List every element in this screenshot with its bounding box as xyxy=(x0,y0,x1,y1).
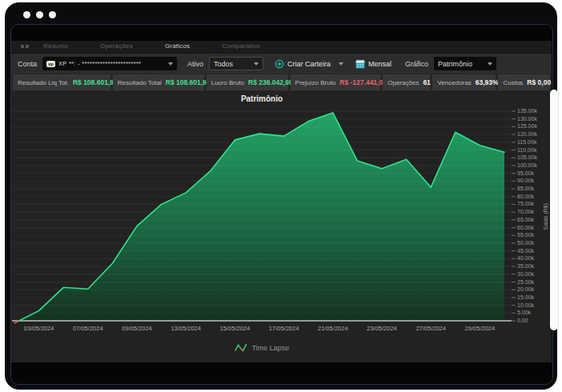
stat-cell: CustosR$ 0,00 xyxy=(498,74,550,90)
x-tick-label: 29/05/2024 xyxy=(465,325,496,332)
y-tick-label: 135.00k xyxy=(517,108,537,114)
grid-icon xyxy=(21,45,29,50)
tab-resumo[interactable]: Resumo xyxy=(43,42,68,50)
mensal-label: Mensal xyxy=(368,60,391,68)
stat-cell: Resultado TotalR$ 108.601,98 xyxy=(113,74,204,90)
stat-cell: Lucro BrutoR$ 236.042,98 xyxy=(207,74,288,90)
app-content: ResumoOperaçõesGráficosComparativo Conta… xyxy=(11,41,552,362)
x-tick-label: 17/05/2024 xyxy=(269,325,299,332)
xp-logo-icon: xp xyxy=(46,61,55,67)
y-tick-label: 120.00k xyxy=(517,131,537,137)
stat-label: Resultado Liq Tot. xyxy=(18,79,69,86)
tab-comparativo[interactable]: Comparativo xyxy=(222,42,260,50)
y-tick-label: 80.00k xyxy=(517,194,534,199)
stat-label: Custos xyxy=(503,79,523,86)
tab-graficos[interactable]: Gráficos xyxy=(165,42,190,50)
ativo-label: Ativo xyxy=(187,60,203,68)
brand-label: Time Lapse xyxy=(252,344,290,352)
x-tick-label: 27/05/2024 xyxy=(415,325,446,332)
stat-value: R$ 0,00 xyxy=(527,78,551,86)
chevron-down-icon xyxy=(339,62,343,66)
tab-operacoes[interactable]: Operações xyxy=(100,42,133,50)
x-tick-label: 03/05/2024 xyxy=(24,325,54,332)
stat-label: Vencedoras xyxy=(437,79,471,86)
stat-cell: Operações61 xyxy=(383,74,430,90)
stat-label: Lucro Bruto xyxy=(211,79,244,86)
account-value: XP **: - *********************** xyxy=(58,60,141,67)
grafico-value: Patrimônio xyxy=(438,60,472,68)
stat-cell: Prejuízo BrutoR$ -127.441,00 xyxy=(291,74,381,90)
chevron-down-icon xyxy=(168,62,173,66)
y-tick-label: 75.00k xyxy=(517,201,534,206)
y-tick-label: 5.00k xyxy=(517,310,531,315)
chart-title: Patrimônio xyxy=(11,94,512,103)
stat-label: Prejuízo Bruto xyxy=(295,79,336,86)
y-tick-label: 70.00k xyxy=(517,209,534,214)
toolbar: Conta xp XP **: - **********************… xyxy=(11,53,552,74)
y-tick-label: 20.00k xyxy=(517,286,534,292)
stat-value: 61 xyxy=(423,78,430,86)
window-dot[interactable] xyxy=(49,11,56,18)
y-tick-label: 105.00k xyxy=(517,154,537,160)
y-tick-label: 60.00k xyxy=(517,225,534,230)
app-frame: ResumoOperaçõesGráficosComparativo Conta… xyxy=(10,24,553,385)
app-window: ResumoOperaçõesGráficosComparativo Conta… xyxy=(5,2,557,390)
account-select[interactable]: xp XP **: - *********************** xyxy=(42,57,177,70)
window-dot[interactable] xyxy=(23,11,30,18)
y-tick-label: 15.00k xyxy=(517,294,534,300)
y-tick-label: 0,00 xyxy=(517,318,528,323)
stat-label: Resultado Total xyxy=(118,79,162,86)
y-tick-label: 85.00k xyxy=(517,186,534,191)
y-tick-label: 10.00k xyxy=(517,302,534,308)
stat-value: R$ 108.601,98 xyxy=(166,78,211,86)
y-tick-label: 50.00k xyxy=(517,240,534,246)
y-tick-label: 90.00k xyxy=(517,178,534,183)
patrimonio-chart xyxy=(12,107,518,330)
stat-cell: Resultado Liq Tot.R$ 108.601,98 xyxy=(13,74,110,90)
calendar-icon xyxy=(355,59,365,69)
grafico-select[interactable]: Patrimônio xyxy=(434,57,496,70)
y-axis-title: Saldo (R$) xyxy=(543,203,548,230)
stat-cell: Vencedoras63,93% xyxy=(432,74,496,90)
window-controls xyxy=(23,11,56,18)
y-tick-label: 45.00k xyxy=(517,248,534,254)
y-tick-label: 25.00k xyxy=(517,279,534,285)
plus-circle-icon xyxy=(275,59,284,69)
y-tick-label: 65.00k xyxy=(517,217,534,222)
chart-section: Patrimônio Saldo (R$) Time Lapse 135.00k… xyxy=(11,91,552,362)
criar-carteira-label: Criar Carteira xyxy=(287,60,331,68)
conta-label: Conta xyxy=(18,60,37,68)
chevron-down-icon xyxy=(254,62,259,66)
mensal-button[interactable]: Mensal xyxy=(355,59,391,69)
stats-bar: Resultado Liq Tot.R$ 108.601,98Resultado… xyxy=(11,74,552,91)
x-tick-label: 15/05/2024 xyxy=(220,325,251,332)
timelapse-logo-icon xyxy=(235,342,247,353)
stat-value: R$ 108.601,98 xyxy=(73,78,118,86)
x-tick-label: 13/05/2024 xyxy=(171,325,201,332)
scrollbar-thumb[interactable] xyxy=(550,90,558,330)
y-tick-label: 40.00k xyxy=(517,255,534,261)
page: ResumoOperaçõesGráficosComparativo Conta… xyxy=(0,0,562,392)
x-tick-label: 21/05/2024 xyxy=(318,325,348,332)
criar-carteira-button[interactable]: Criar Carteira xyxy=(275,59,343,69)
window-dot[interactable] xyxy=(36,11,43,18)
y-tick-label: 125.00k xyxy=(517,123,537,129)
chevron-down-icon xyxy=(488,62,492,66)
asset-select[interactable]: Todos xyxy=(209,57,263,70)
y-tick-label: 35.00k xyxy=(517,263,534,269)
stat-label: Operações xyxy=(387,79,419,86)
y-tick-label: 30.00k xyxy=(517,271,534,277)
y-tick-label: 55.00k xyxy=(517,232,534,238)
y-tick-label: 95.00k xyxy=(517,170,534,176)
y-tick-label: 115.00k xyxy=(517,139,536,145)
x-tick-label: 09/05/2024 xyxy=(122,325,152,332)
y-tick-label: 110.00k xyxy=(517,147,536,153)
y-tick-label: 100.00k xyxy=(517,162,537,168)
stat-value: R$ 236.042,98 xyxy=(248,78,293,86)
stat-value: R$ -127.441,00 xyxy=(339,78,387,86)
x-tick-label: 23/05/2024 xyxy=(367,325,397,332)
grafico-label: Gráfico xyxy=(405,60,428,68)
stat-value: 63,93% xyxy=(476,78,499,86)
x-tick-label: 07/05/2024 xyxy=(73,325,103,332)
brand-footer: Time Lapse xyxy=(11,342,512,353)
